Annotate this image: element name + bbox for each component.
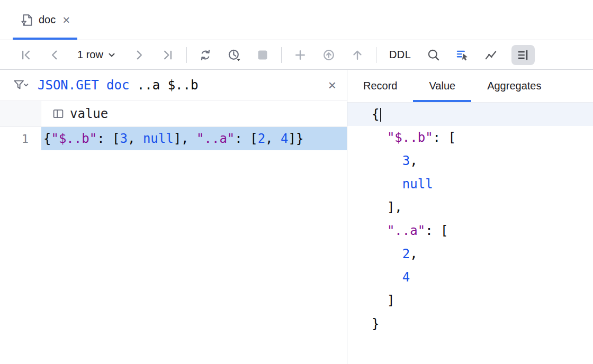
json-line: "$..b": [ (347, 126, 593, 149)
tab-record[interactable]: Record (347, 70, 413, 102)
view-group: DDL (387, 45, 535, 65)
filter-dropdown-icon[interactable] (13, 78, 29, 92)
json-line: 4 (347, 266, 593, 289)
upload-button[interactable] (349, 47, 365, 63)
text-caret (380, 108, 381, 122)
main-split: JSON.GET doc ..a $..b × value 1{"$..b": … (0, 70, 593, 364)
tab-label: doc (39, 14, 56, 26)
grid-header-row: value (0, 101, 347, 127)
json-line: ] (347, 289, 593, 312)
app-window: doc × 1 row (0, 0, 593, 364)
clock-icon (227, 48, 241, 62)
pagination-group: 1 row (18, 47, 176, 63)
toolbar-separator (186, 47, 187, 63)
table-row[interactable]: 1{"$..b": [3, null], "..a": [2, 4]} (0, 127, 347, 150)
submit-button[interactable] (321, 47, 337, 63)
json-line: null (347, 172, 593, 196)
json-line: { (347, 103, 593, 126)
rows-label: 1 row (77, 49, 103, 61)
circle-up-arrow-icon (322, 48, 336, 62)
json-line: 2, (347, 242, 593, 266)
chart-icon (484, 48, 498, 62)
value-viewer-panel: RecordValueAggregates { "$..b": [ 3, nul… (347, 70, 593, 364)
chart-button[interactable] (483, 47, 499, 63)
column-icon (52, 107, 65, 120)
value-panel-tabs: RecordValueAggregates (347, 70, 593, 103)
query-text[interactable]: JSON.GET doc ..a $..b (38, 78, 320, 93)
column-header-value[interactable]: value (41, 101, 108, 126)
find-button[interactable] (426, 47, 442, 63)
active-tab-underline (13, 38, 77, 40)
add-row-button[interactable] (292, 47, 308, 63)
next-page-button[interactable] (131, 47, 147, 63)
json-line: 3, (347, 149, 593, 172)
skip-last-icon (161, 48, 175, 62)
chevron-left-icon (48, 48, 61, 62)
schedule-button[interactable] (226, 47, 242, 63)
refresh-icon (199, 48, 212, 62)
stop-icon (256, 49, 269, 61)
json-line: ], (347, 196, 593, 219)
filtered-file-icon (20, 13, 34, 27)
record-view-toggle[interactable] (511, 45, 535, 65)
up-arrow-icon (351, 48, 364, 62)
query-filter-bar: JSON.GET doc ..a $..b × (0, 70, 347, 101)
json-view[interactable]: { "$..b": [ 3, null ], "..a": [ 2, 4 ]} (347, 103, 593, 335)
ddl-button[interactable]: DDL (387, 49, 414, 61)
last-page-button[interactable] (160, 47, 176, 63)
plus-icon (293, 48, 307, 62)
editor-tab-bar: doc × (0, 0, 593, 40)
result-grid-panel: JSON.GET doc ..a $..b × value 1{"$..b": … (0, 70, 347, 364)
value-cell[interactable]: {"$..b": [3, null], "..a": [2, 4]} (41, 127, 347, 150)
tab-close-icon[interactable]: × (62, 14, 70, 26)
tab-doc[interactable]: doc × (13, 0, 77, 40)
refresh-button[interactable] (197, 47, 213, 63)
row-number: 1 (0, 127, 41, 150)
result-toolbar: 1 row (0, 40, 593, 70)
json-line: } (347, 312, 593, 335)
stop-button[interactable] (255, 47, 271, 63)
tab-value[interactable]: Value (413, 70, 471, 102)
edit-group (292, 47, 365, 63)
filter-navigation-button[interactable] (454, 47, 470, 63)
gutter-header-cell (0, 101, 41, 126)
skip-first-icon (19, 48, 33, 62)
toolbar-separator (376, 47, 376, 63)
query-close-icon[interactable]: × (328, 78, 336, 92)
filter-navigation-icon (455, 48, 469, 62)
previous-page-button[interactable] (47, 47, 62, 63)
execution-group (197, 47, 271, 63)
toolbar-separator (281, 47, 282, 63)
json-line: "..a": [ (347, 219, 593, 242)
column-header-label: value (70, 106, 108, 121)
chevron-right-icon (132, 48, 146, 62)
record-view-icon (516, 48, 530, 62)
chevron-down-icon (107, 50, 116, 60)
grid-rows: 1{"$..b": [3, null], "..a": [2, 4]} (0, 127, 347, 150)
first-page-button[interactable] (18, 47, 34, 63)
page-size-selector[interactable]: 1 row (75, 49, 119, 61)
tab-aggregates[interactable]: Aggregates (471, 70, 557, 102)
search-icon (427, 48, 441, 62)
